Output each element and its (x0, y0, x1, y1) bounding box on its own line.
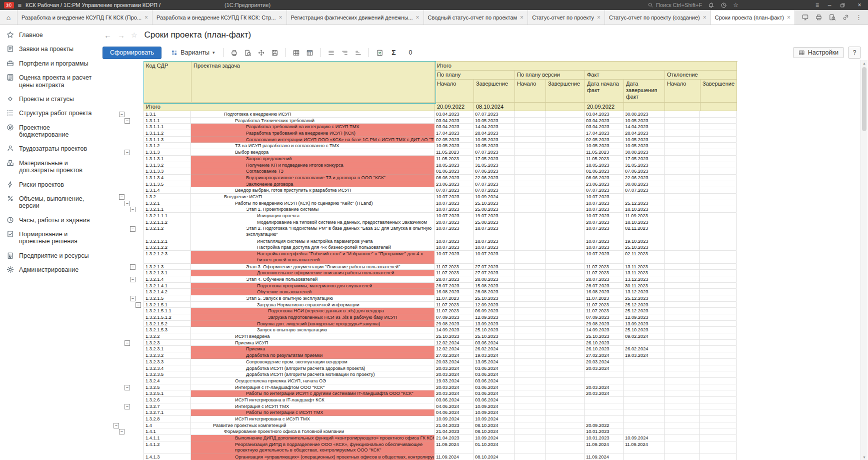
ds-cell[interactable] (664, 454, 700, 460)
tree-gutter[interactable] (102, 130, 144, 137)
pe-cell[interactable]: 15.08.2023 (474, 283, 514, 289)
pe-cell[interactable]: 03.06.2024 (474, 378, 514, 384)
ps-cell[interactable]: 11.09.2024 (434, 454, 474, 460)
fs-cell[interactable]: 10.07.2023 (584, 244, 624, 251)
ps-cell[interactable]: 10.07.2023 (434, 206, 474, 213)
col-header-total[interactable]: Итого (435, 62, 737, 71)
fs-cell[interactable]: 01.06.2023 (584, 168, 624, 175)
pvs-cell[interactable] (514, 359, 546, 365)
ds-cell[interactable] (664, 200, 700, 207)
pve-cell[interactable] (546, 156, 584, 162)
tab-close-icon[interactable]: × (144, 14, 148, 21)
tree-gutter[interactable] (102, 409, 144, 416)
fs-cell[interactable]: 10.07.2023 (584, 225, 624, 238)
fe-cell[interactable]: 13.12.2023 (624, 289, 664, 295)
de-cell[interactable] (700, 130, 736, 137)
col-header-wbs-code[interactable]: Код СДР (144, 62, 192, 103)
totals-dev-finish[interactable] (700, 103, 737, 111)
levels-button-3[interactable] (352, 47, 364, 58)
de-cell[interactable] (700, 149, 736, 156)
task-cell[interactable]: Внутрикорпоративное согласование ТЗ и до… (191, 175, 434, 181)
table-row[interactable]: 1.3.2.1.1.1Инициация проекта10.07.202319… (102, 213, 738, 219)
autosum-button[interactable]: Σ (387, 47, 399, 58)
pe-cell[interactable]: 31.05.2023 (474, 162, 514, 169)
pe-cell[interactable]: 25.10.2023 (474, 295, 514, 302)
tree-gutter[interactable] (102, 333, 144, 340)
de-cell[interactable] (700, 276, 736, 283)
de-cell[interactable] (700, 251, 736, 263)
ds-cell[interactable] (664, 409, 700, 416)
task-cell[interactable]: Загрузка подготовленных НСИ из .xls в ра… (191, 314, 434, 321)
fe-cell[interactable] (624, 454, 664, 460)
wbs-code-cell[interactable]: 1.3.1.1.1 (144, 124, 191, 130)
fs-cell[interactable]: 10.07.2023 (584, 213, 624, 219)
pvs-cell[interactable] (514, 251, 546, 263)
fs-cell[interactable]: 26.10.2023 (584, 346, 624, 352)
sidebar-item-enterprise[interactable]: Предприятие и ресурсы (0, 249, 97, 263)
fs-cell[interactable]: 10.01.2023 (584, 435, 624, 441)
pe-cell[interactable]: 27.07.2023 (474, 270, 514, 276)
table-row[interactable]: 1.3.2.1.4.2Обучение пользователей16.08.2… (102, 289, 738, 295)
print-preview-button[interactable] (242, 47, 254, 58)
pe-cell[interactable]: 10.09.2024 (474, 409, 514, 416)
wbs-code-cell[interactable]: 1.3.2.1.5.2 (144, 321, 191, 327)
collapse-icon[interactable]: − (119, 429, 124, 434)
table-row[interactable]: −1.4.1Формирование проектного офиса в Го… (102, 428, 738, 435)
ps-cell[interactable]: 11.07.2023 (434, 270, 474, 276)
de-cell[interactable] (700, 441, 736, 454)
ds-cell[interactable] (664, 333, 700, 340)
de-cell[interactable] (700, 333, 736, 340)
task-cell[interactable]: Дополнительное оформление описания работ… (191, 270, 434, 276)
fe-cell[interactable]: 10.05.2023 (624, 118, 664, 124)
task-cell[interactable]: Этап 1. Проектирование системы (191, 206, 434, 213)
table-row[interactable]: −1.3.2.3Приемка ИСУП12.02.202403.06.2024… (102, 340, 738, 346)
tree-gutter[interactable]: − (102, 200, 144, 207)
table-row[interactable]: 1.3.1.3.5Заключение договора23.06.202307… (102, 181, 738, 188)
ds-cell[interactable] (664, 308, 700, 314)
de-cell[interactable] (700, 403, 736, 410)
ds-cell[interactable] (664, 416, 700, 422)
fe-cell[interactable]: 18.10.2023 (624, 219, 664, 226)
table-row[interactable]: −1.3.1Подготовка к внедрению ИСУП03.04.2… (102, 111, 738, 118)
pe-cell[interactable]: 10.05.2023 (474, 143, 514, 149)
table-row[interactable]: 1.3.2.1.2.1Инсталляция системы и настрой… (102, 238, 738, 245)
fs-cell[interactable]: 10.07.2023 (584, 194, 624, 200)
tree-gutter[interactable] (102, 454, 144, 460)
collapse-icon[interactable]: − (124, 404, 130, 409)
wbs-code-cell[interactable]: 1.3.2.3.2 (144, 352, 191, 359)
ds-cell[interactable] (664, 111, 700, 118)
table-row[interactable]: −1.3.2.1.4Этап 4. Обучение пользователей… (102, 276, 738, 283)
wbs-code-cell[interactable]: 1.3.1.1.3 (144, 137, 191, 143)
pe-cell[interactable]: 10.07.2023 (474, 244, 514, 251)
fe-cell[interactable]: 12.09.2023 (624, 314, 664, 321)
pe-cell[interactable]: 07.07.2023 (474, 111, 514, 118)
task-cell[interactable]: Этап 2. Подготовка "Подсистемы РМ" в баз… (191, 225, 434, 238)
de-cell[interactable] (700, 124, 736, 130)
table-row[interactable]: −1.3.2.1.1Этап 1. Проектирование системы… (102, 206, 738, 213)
ds-cell[interactable] (664, 213, 700, 219)
wbs-code-cell[interactable]: 1.4.1.3 (144, 454, 191, 460)
tab-close-icon[interactable]: × (416, 14, 419, 21)
fs-cell[interactable]: 11.05.2023 (584, 156, 624, 162)
tree-gutter[interactable] (102, 352, 144, 359)
wbs-code-cell[interactable]: 1.3.2.3.1 (144, 346, 191, 352)
pve-cell[interactable] (546, 137, 584, 143)
wbs-code-cell[interactable]: 1.3.2.1.5.1 (144, 302, 191, 308)
pe-cell[interactable]: 25.10.2023 (474, 327, 514, 333)
ps-cell[interactable]: 11.07.2023 (434, 295, 474, 302)
ds-cell[interactable] (664, 390, 700, 397)
pve-cell[interactable] (546, 175, 584, 181)
pvs-cell[interactable] (514, 206, 546, 213)
pvs-cell[interactable] (514, 130, 546, 137)
task-cell[interactable]: Интеграция с ИСУП ТМХ (191, 403, 434, 410)
ds-cell[interactable] (664, 264, 700, 270)
pve-cell[interactable] (546, 365, 584, 372)
sidebar-item-admin[interactable]: Администрирование (0, 263, 97, 277)
pvs-cell[interactable] (514, 187, 546, 194)
pvs-cell[interactable] (514, 441, 546, 454)
task-cell[interactable]: Работы по интеграции ИСУП с другими сист… (191, 390, 434, 397)
pvs-cell[interactable] (514, 428, 546, 435)
collapse-icon[interactable]: − (124, 118, 130, 124)
pvs-cell[interactable] (514, 289, 546, 295)
favorites-icon[interactable]: ☆ (733, 2, 738, 9)
